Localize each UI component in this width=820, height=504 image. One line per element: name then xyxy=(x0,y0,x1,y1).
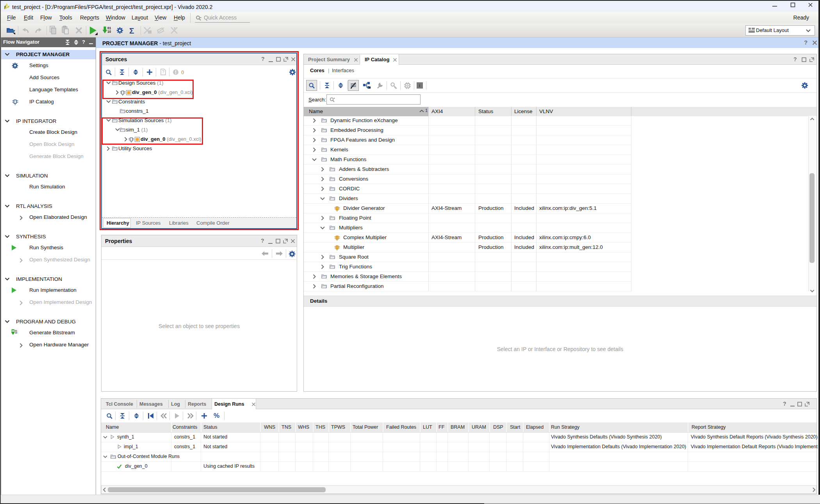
svg-text:i: i xyxy=(419,83,420,88)
svg-text:10: 10 xyxy=(107,30,111,34)
svg-text:10: 10 xyxy=(15,332,17,334)
